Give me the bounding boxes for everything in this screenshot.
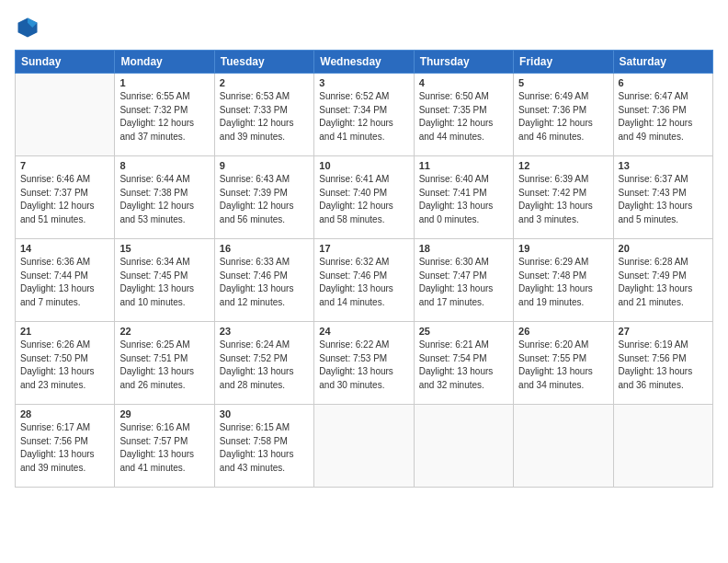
calendar-cell [514, 405, 613, 488]
logo-icon [15, 15, 40, 40]
week-row-4: 21Sunrise: 6:26 AMSunset: 7:50 PMDayligh… [16, 322, 713, 405]
calendar-cell: 26Sunrise: 6:20 AMSunset: 7:55 PMDayligh… [514, 322, 613, 405]
week-row-3: 14Sunrise: 6:36 AMSunset: 7:44 PMDayligh… [16, 239, 713, 322]
day-info: Sunrise: 6:52 AMSunset: 7:34 PMDaylight:… [319, 90, 408, 144]
day-number: 21 [20, 326, 109, 337]
logo [15, 15, 44, 40]
day-info: Sunrise: 6:34 AMSunset: 7:45 PMDaylight:… [119, 256, 209, 309]
day-info: Sunrise: 6:44 AMSunset: 7:38 PMDaylight:… [119, 173, 209, 226]
calendar-cell: 13Sunrise: 6:37 AMSunset: 7:43 PMDayligh… [613, 156, 712, 239]
calendar-cell: 11Sunrise: 6:40 AMSunset: 7:41 PMDayligh… [414, 156, 513, 239]
calendar-cell: 24Sunrise: 6:22 AMSunset: 7:53 PMDayligh… [314, 322, 414, 405]
calendar-cell: 20Sunrise: 6:28 AMSunset: 7:49 PMDayligh… [613, 239, 712, 322]
day-header-wednesday: Wednesday [314, 51, 414, 74]
day-info: Sunrise: 6:15 AMSunset: 7:58 PMDaylight:… [220, 421, 309, 475]
day-number: 27 [619, 326, 708, 337]
calendar-cell: 30Sunrise: 6:15 AMSunset: 7:58 PMDayligh… [214, 405, 313, 488]
day-number: 2 [220, 77, 309, 88]
day-info: Sunrise: 6:24 AMSunset: 7:52 PMDaylight:… [220, 339, 309, 392]
day-number: 7 [20, 160, 109, 171]
day-number: 9 [220, 160, 309, 171]
calendar-cell: 29Sunrise: 6:16 AMSunset: 7:57 PMDayligh… [115, 405, 214, 488]
calendar-cell: 19Sunrise: 6:29 AMSunset: 7:48 PMDayligh… [514, 239, 613, 322]
day-number: 12 [518, 160, 608, 171]
day-headers-row: SundayMondayTuesdayWednesdayThursdayFrid… [16, 51, 713, 74]
day-info: Sunrise: 6:32 AMSunset: 7:46 PMDaylight:… [319, 256, 408, 309]
day-info: Sunrise: 6:36 AMSunset: 7:44 PMDaylight:… [20, 256, 109, 309]
calendar-cell: 23Sunrise: 6:24 AMSunset: 7:52 PMDayligh… [214, 322, 313, 405]
calendar-cell: 25Sunrise: 6:21 AMSunset: 7:54 PMDayligh… [414, 322, 513, 405]
day-info: Sunrise: 6:22 AMSunset: 7:53 PMDaylight:… [319, 339, 408, 392]
day-info: Sunrise: 6:53 AMSunset: 7:33 PMDaylight:… [220, 90, 309, 144]
calendar-cell: 5Sunrise: 6:49 AMSunset: 7:36 PMDaylight… [514, 74, 613, 156]
day-info: Sunrise: 6:21 AMSunset: 7:54 PMDaylight:… [419, 339, 508, 392]
day-number: 26 [518, 326, 608, 337]
day-info: Sunrise: 6:25 AMSunset: 7:51 PMDaylight:… [119, 339, 209, 392]
day-number: 25 [419, 326, 508, 337]
day-number: 28 [20, 408, 109, 419]
calendar-cell [613, 405, 712, 488]
week-row-1: 1Sunrise: 6:55 AMSunset: 7:32 PMDaylight… [16, 74, 713, 156]
calendar-cell [314, 405, 414, 488]
day-info: Sunrise: 6:55 AMSunset: 7:32 PMDaylight:… [119, 90, 209, 144]
day-number: 11 [419, 160, 508, 171]
day-header-sunday: Sunday [16, 51, 115, 74]
calendar-cell: 8Sunrise: 6:44 AMSunset: 7:38 PMDaylight… [115, 156, 214, 239]
calendar-cell: 7Sunrise: 6:46 AMSunset: 7:37 PMDaylight… [16, 156, 115, 239]
day-number: 22 [119, 326, 209, 337]
calendar-cell [414, 405, 513, 488]
day-info: Sunrise: 6:47 AMSunset: 7:36 PMDaylight:… [619, 90, 708, 144]
day-header-saturday: Saturday [613, 51, 712, 74]
day-number: 18 [419, 243, 508, 254]
day-info: Sunrise: 6:37 AMSunset: 7:43 PMDaylight:… [619, 173, 708, 226]
day-info: Sunrise: 6:41 AMSunset: 7:40 PMDaylight:… [319, 173, 408, 226]
day-header-thursday: Thursday [414, 51, 513, 74]
day-number: 8 [119, 160, 209, 171]
calendar-cell: 6Sunrise: 6:47 AMSunset: 7:36 PMDaylight… [613, 74, 712, 156]
day-number: 16 [220, 243, 309, 254]
day-number: 10 [319, 160, 408, 171]
day-info: Sunrise: 6:33 AMSunset: 7:46 PMDaylight:… [220, 256, 309, 309]
calendar-cell: 3Sunrise: 6:52 AMSunset: 7:34 PMDaylight… [314, 74, 414, 156]
week-row-2: 7Sunrise: 6:46 AMSunset: 7:37 PMDaylight… [16, 156, 713, 239]
calendar-cell: 22Sunrise: 6:25 AMSunset: 7:51 PMDayligh… [115, 322, 214, 405]
day-info: Sunrise: 6:43 AMSunset: 7:39 PMDaylight:… [220, 173, 309, 226]
calendar-cell: 14Sunrise: 6:36 AMSunset: 7:44 PMDayligh… [16, 239, 115, 322]
calendar-table: SundayMondayTuesdayWednesdayThursdayFrid… [15, 50, 713, 488]
calendar-cell: 27Sunrise: 6:19 AMSunset: 7:56 PMDayligh… [613, 322, 712, 405]
day-info: Sunrise: 6:30 AMSunset: 7:47 PMDaylight:… [419, 256, 508, 309]
calendar-cell: 28Sunrise: 6:17 AMSunset: 7:56 PMDayligh… [16, 405, 115, 488]
calendar-cell: 18Sunrise: 6:30 AMSunset: 7:47 PMDayligh… [414, 239, 513, 322]
day-number: 6 [619, 77, 708, 88]
day-info: Sunrise: 6:26 AMSunset: 7:50 PMDaylight:… [20, 339, 109, 392]
week-row-5: 28Sunrise: 6:17 AMSunset: 7:56 PMDayligh… [16, 405, 713, 488]
calendar-cell: 2Sunrise: 6:53 AMSunset: 7:33 PMDaylight… [214, 74, 313, 156]
day-info: Sunrise: 6:28 AMSunset: 7:49 PMDaylight:… [619, 256, 708, 309]
calendar-cell: 21Sunrise: 6:26 AMSunset: 7:50 PMDayligh… [16, 322, 115, 405]
day-number: 14 [20, 243, 109, 254]
day-number: 13 [619, 160, 708, 171]
calendar-cell: 9Sunrise: 6:43 AMSunset: 7:39 PMDaylight… [214, 156, 313, 239]
calendar-cell: 15Sunrise: 6:34 AMSunset: 7:45 PMDayligh… [115, 239, 214, 322]
day-number: 24 [319, 326, 408, 337]
day-number: 17 [319, 243, 408, 254]
day-number: 23 [220, 326, 309, 337]
day-number: 20 [619, 243, 708, 254]
day-number: 19 [518, 243, 608, 254]
calendar-cell: 10Sunrise: 6:41 AMSunset: 7:40 PMDayligh… [314, 156, 414, 239]
day-number: 5 [518, 77, 608, 88]
day-header-tuesday: Tuesday [214, 51, 313, 74]
day-header-friday: Friday [514, 51, 613, 74]
day-number: 15 [119, 243, 209, 254]
calendar-cell: 16Sunrise: 6:33 AMSunset: 7:46 PMDayligh… [214, 239, 313, 322]
day-number: 29 [119, 408, 209, 419]
day-number: 30 [220, 408, 309, 419]
day-info: Sunrise: 6:17 AMSunset: 7:56 PMDaylight:… [20, 421, 109, 475]
day-info: Sunrise: 6:39 AMSunset: 7:42 PMDaylight:… [518, 173, 608, 226]
day-info: Sunrise: 6:20 AMSunset: 7:55 PMDaylight:… [518, 339, 608, 392]
day-info: Sunrise: 6:50 AMSunset: 7:35 PMDaylight:… [419, 90, 508, 144]
calendar-cell: 4Sunrise: 6:50 AMSunset: 7:35 PMDaylight… [414, 74, 513, 156]
day-info: Sunrise: 6:29 AMSunset: 7:48 PMDaylight:… [518, 256, 608, 309]
calendar-cell: 12Sunrise: 6:39 AMSunset: 7:42 PMDayligh… [514, 156, 613, 239]
day-number: 3 [319, 77, 408, 88]
